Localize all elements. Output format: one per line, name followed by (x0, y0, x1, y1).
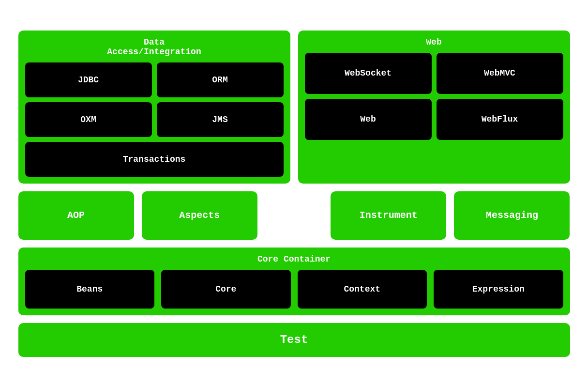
test-box: Test (18, 323, 570, 357)
webflux-item: WebFlux (437, 99, 563, 140)
jms-item: JMS (157, 102, 284, 137)
aop-box: AOP (18, 191, 134, 240)
expression-item: Expression (434, 270, 563, 309)
core-container-title: Core Container (25, 254, 563, 264)
web-title: Web (305, 37, 563, 47)
data-access-box: Data Access/Integration JDBC ORM OXM JMS… (18, 31, 290, 184)
web-box: Web WebSocket WebMVC Web WebFlux (298, 31, 570, 184)
data-access-title: Data Access/Integration (25, 37, 284, 57)
web-grid: WebSocket WebMVC Web WebFlux (305, 53, 563, 140)
row-1: Data Access/Integration JDBC ORM OXM JMS… (18, 31, 570, 184)
jdbc-item: JDBC (25, 62, 152, 97)
core-container-box: Core Container Beans Core Context Expres… (18, 248, 570, 315)
context-item: Context (298, 270, 427, 309)
middle-spacer (265, 191, 323, 240)
oxm-item: OXM (25, 102, 152, 137)
transactions-wrapper: Transactions (25, 142, 284, 177)
data-access-grid: JDBC ORM OXM JMS (25, 62, 284, 137)
websocket-item: WebSocket (305, 53, 432, 94)
web-item: Web (305, 99, 432, 140)
core-item: Core (161, 270, 291, 309)
orm-item: ORM (157, 62, 284, 97)
webmvc-item: WebMVC (437, 53, 563, 94)
core-container-grid: Beans Core Context Expression (25, 270, 563, 309)
aspects-box: Aspects (142, 191, 257, 240)
messaging-box: Messaging (454, 191, 570, 240)
instrument-box: Instrument (331, 191, 446, 240)
spring-diagram: Data Access/Integration JDBC ORM OXM JMS… (9, 21, 580, 367)
transactions-item: Transactions (25, 142, 284, 177)
beans-item: Beans (25, 270, 155, 309)
row-2: AOP Aspects Instrument Messaging (18, 191, 570, 240)
